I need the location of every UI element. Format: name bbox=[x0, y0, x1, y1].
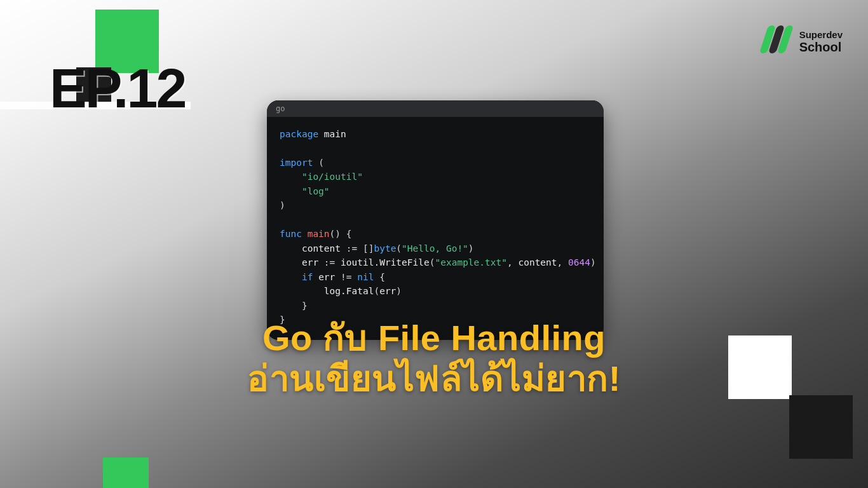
deco-square-green-bottom bbox=[103, 458, 149, 488]
brand-line2: School bbox=[799, 40, 843, 55]
brand-mark-icon bbox=[760, 25, 793, 58]
episode-label: EP.12 bbox=[50, 56, 185, 121]
code-body: package main import ( "io/ioutil" "log" … bbox=[267, 117, 604, 340]
code-snippet-window: go package main import ( "io/ioutil" "lo… bbox=[267, 100, 604, 340]
deco-square-dark-bottom-right bbox=[789, 395, 853, 459]
headline-line2: อ่านเขียนไฟล์ได้ไม่ยาก! bbox=[0, 358, 868, 399]
headline: Go กับ File Handling อ่านเขียนไฟล์ได้ไม่… bbox=[0, 318, 868, 400]
code-language-label: go bbox=[267, 100, 604, 117]
brand-text: Superdev School bbox=[799, 29, 843, 55]
brand-line1: Superdev bbox=[799, 29, 843, 40]
headline-line1: Go กับ File Handling bbox=[0, 318, 868, 358]
brand-logo: Superdev School bbox=[760, 25, 843, 58]
